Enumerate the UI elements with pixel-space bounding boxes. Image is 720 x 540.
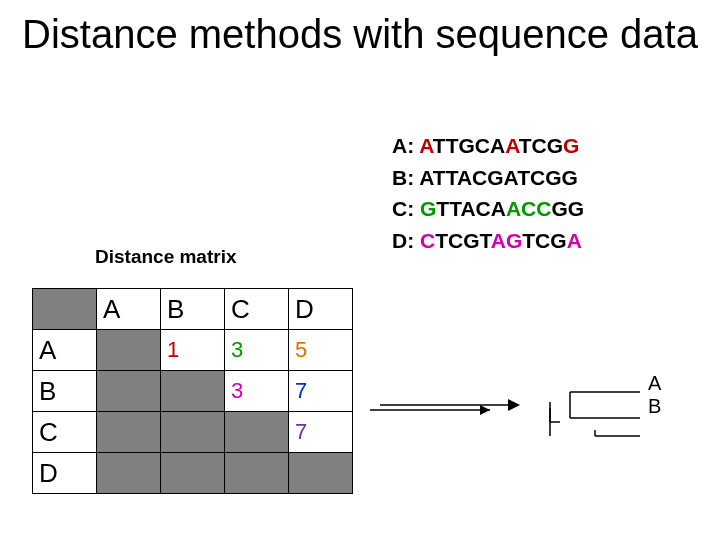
tree-leaf-labels: A B bbox=[648, 372, 661, 418]
sequence-d: D: CTCGTAGTCGA bbox=[392, 225, 584, 257]
matrix-cell: 3 bbox=[225, 330, 289, 371]
matrix-mask bbox=[161, 371, 225, 412]
tree-leaf-a: A bbox=[648, 372, 661, 395]
matrix-cell: 5 bbox=[289, 330, 353, 371]
row-header: A bbox=[33, 330, 97, 371]
row-header: D bbox=[33, 453, 97, 494]
slide-title: Distance methods with sequence data bbox=[0, 12, 720, 56]
sequence-b: B: ATTACGATCGG bbox=[392, 162, 584, 194]
matrix-cell: 7 bbox=[289, 412, 353, 453]
col-header: A bbox=[97, 289, 161, 330]
col-header: C bbox=[225, 289, 289, 330]
col-header: B bbox=[161, 289, 225, 330]
svg-marker-17 bbox=[508, 399, 520, 411]
matrix-mask bbox=[289, 453, 353, 494]
matrix-mask bbox=[225, 453, 289, 494]
matrix-mask bbox=[97, 412, 161, 453]
distance-matrix: A B C D A 1 3 5 B 3 7 C 7 D bbox=[32, 288, 353, 494]
arrow-icon bbox=[380, 395, 530, 415]
row-header: C bbox=[33, 412, 97, 453]
matrix-mask bbox=[97, 371, 161, 412]
sequence-list: A: ATTGCAATCGG B: ATTACGATCGG C: GTTACAA… bbox=[392, 130, 584, 256]
matrix-cell: 7 bbox=[289, 371, 353, 412]
matrix-cell: 3 bbox=[225, 371, 289, 412]
matrix-mask bbox=[161, 453, 225, 494]
matrix-mask bbox=[97, 330, 161, 371]
svg-rect-12 bbox=[560, 380, 650, 430]
row-header: B bbox=[33, 371, 97, 412]
sequence-c: C: GTTACAACCGG bbox=[392, 193, 584, 225]
sequence-a: A: ATTGCAATCGG bbox=[392, 130, 584, 162]
matrix-mask bbox=[225, 412, 289, 453]
matrix-mask bbox=[97, 453, 161, 494]
matrix-cell: 1 bbox=[161, 330, 225, 371]
tree-icon bbox=[560, 380, 650, 430]
col-header: D bbox=[289, 289, 353, 330]
tree-leaf-b: B bbox=[648, 395, 661, 418]
matrix-label: Distance matrix bbox=[95, 246, 237, 268]
matrix-mask bbox=[161, 412, 225, 453]
matrix-corner bbox=[33, 289, 97, 330]
